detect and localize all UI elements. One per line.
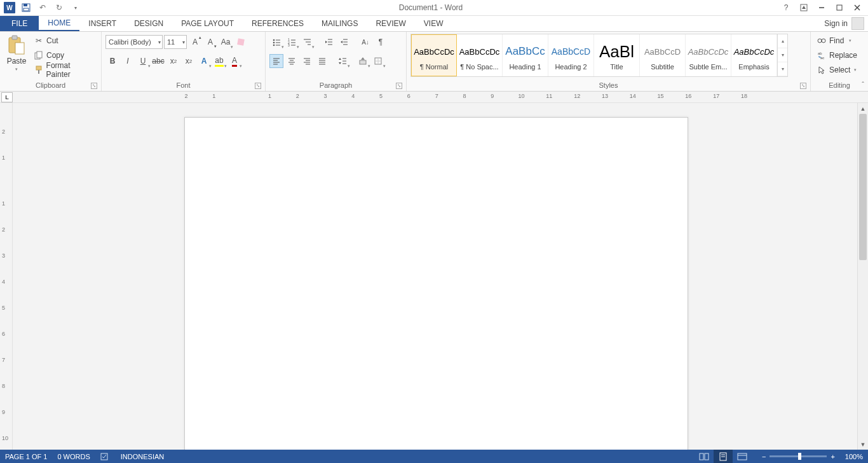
font-dialog-launcher[interactable]: ⤡ [255,83,261,89]
tab-selector[interactable]: L [1,92,13,102]
superscript-button[interactable]: x2 [182,54,196,68]
format-painter-button[interactable]: Format Painter [32,63,97,77]
tab-design[interactable]: DESIGN [125,16,172,31]
style-name: Heading 2 [555,63,587,71]
paste-button[interactable]: Paste ▾ [4,34,29,73]
increase-indent-button[interactable] [337,35,351,49]
font-name-combo[interactable]: Calibri (Body)▾ [105,35,163,49]
user-avatar-icon[interactable] [851,17,864,30]
print-layout-button[interactable] [714,450,733,463]
underline-button[interactable]: U [136,54,150,68]
paragraph-dialog-launcher[interactable]: ⤡ [396,83,402,89]
document-page[interactable] [184,117,688,450]
ribbon-display-options-button[interactable] [797,1,811,14]
cut-button[interactable]: ✂Cut [32,34,97,48]
copy-button[interactable]: Copy [32,48,97,62]
close-button[interactable] [850,1,864,14]
subscript-button[interactable]: x2 [166,54,180,68]
grow-font-button[interactable]: A▴ [188,35,202,49]
undo-button[interactable]: ↶ [36,1,50,14]
gallery-up-button[interactable]: ▴ [778,34,787,48]
gallery-more-button[interactable]: ▾ [778,62,787,76]
collapse-ribbon-button[interactable]: ˆ [862,81,864,88]
find-button[interactable]: Find▾ [815,34,859,48]
group-editing: Find▾ abacReplace Select▾ Editing [811,32,868,91]
style-item-7[interactable]: AaBbCcDcEmphasis [731,34,777,76]
tab-references[interactable]: REFERENCES [243,16,313,31]
strikethrough-button[interactable]: abc [151,54,165,68]
status-words[interactable]: 0 WORDS [57,453,90,460]
zoom-track[interactable] [770,455,827,457]
align-left-button[interactable] [269,54,283,68]
numbering-button[interactable]: 123 [285,35,299,49]
status-page[interactable]: PAGE 1 OF 1 [5,453,47,460]
redo-button[interactable]: ↻ [52,1,66,14]
replace-button[interactable]: abacReplace [815,48,859,62]
scroll-up-button[interactable]: ▲ [858,103,868,114]
styles-dialog-launcher[interactable]: ⤡ [800,83,806,89]
justify-button[interactable] [315,54,329,68]
web-layout-button[interactable] [733,450,752,463]
vertical-ruler[interactable]: 211234567891011 [0,103,13,450]
text-effects-button[interactable]: A [197,54,211,68]
italic-button[interactable]: I [121,54,135,68]
align-right-button[interactable] [300,54,314,68]
tab-insert[interactable]: INSERT [79,16,125,31]
qat-customize-button[interactable]: ▾ [69,1,83,14]
multilevel-list-button[interactable] [300,35,314,49]
shrink-font-button[interactable]: A▾ [203,35,217,49]
scrollbar-thumb[interactable] [859,114,867,260]
spellcheck-icon[interactable] [100,452,111,461]
svg-rect-15 [237,38,245,46]
style-name: Title [610,63,623,71]
styles-gallery-scroll: ▴▾▾ [777,34,787,76]
svg-rect-1 [24,4,27,6]
font-color-button[interactable]: A [227,54,241,68]
sort-button[interactable]: A↓ [358,35,372,49]
style-item-2[interactable]: AaBbCcHeading 1 [503,34,548,76]
style-item-5[interactable]: AaBbCcDSubtitle [640,34,686,76]
bullets-button[interactable] [269,35,283,49]
align-center-button[interactable] [285,54,299,68]
clipboard-dialog-launcher[interactable]: ⤡ [91,83,97,89]
tab-page-layout[interactable]: PAGE LAYOUT [172,16,243,31]
select-button[interactable]: Select▾ [815,63,859,77]
style-item-4[interactable]: AaBlTitle [594,34,640,76]
save-button[interactable] [19,1,33,14]
zoom-in-button[interactable]: + [831,453,834,460]
zoom-out-button[interactable]: − [762,453,766,460]
read-mode-button[interactable] [695,450,714,463]
borders-button[interactable] [371,54,385,68]
tab-home[interactable]: HOME [39,16,79,31]
minimize-button[interactable] [815,1,829,14]
help-button[interactable]: ? [779,1,793,14]
signin-link[interactable]: Sign in [824,19,848,28]
scroll-down-button[interactable]: ▼ [858,439,868,450]
bold-button[interactable]: B [105,54,119,68]
zoom-level[interactable]: 100% [845,453,863,460]
decrease-indent-button[interactable] [322,35,336,49]
highlight-button[interactable]: ab [212,54,226,68]
tab-file[interactable]: FILE [0,16,39,31]
show-hide-button[interactable]: ¶ [374,35,388,49]
clear-formatting-button[interactable] [234,35,248,49]
shading-button[interactable] [356,54,370,68]
tab-mailings[interactable]: MAILINGS [313,16,367,31]
svg-point-61 [822,39,825,43]
zoom-slider[interactable]: − + [762,453,835,460]
font-size-combo[interactable]: 11▾ [164,35,187,49]
style-item-0[interactable]: AaBbCcDc¶ Normal [411,34,457,76]
change-case-button[interactable]: Aa [219,35,233,49]
style-item-3[interactable]: AaBbCcDHeading 2 [548,34,594,76]
style-item-1[interactable]: AaBbCcDc¶ No Spac... [457,34,503,76]
style-item-6[interactable]: AaBbCcDcSubtle Em... [686,34,731,76]
gallery-down-button[interactable]: ▾ [778,48,787,62]
horizontal-ruler[interactable]: L 21123456789101112131415161718 [0,92,868,103]
maximize-button[interactable] [832,1,846,14]
vertical-scrollbar[interactable]: ▲ ▼ [857,103,868,450]
status-language[interactable]: INDONESIAN [121,453,164,460]
line-spacing-button[interactable] [336,54,349,68]
tab-view[interactable]: VIEW [415,16,452,31]
zoom-handle[interactable] [798,453,801,460]
tab-review[interactable]: REVIEW [367,16,414,31]
